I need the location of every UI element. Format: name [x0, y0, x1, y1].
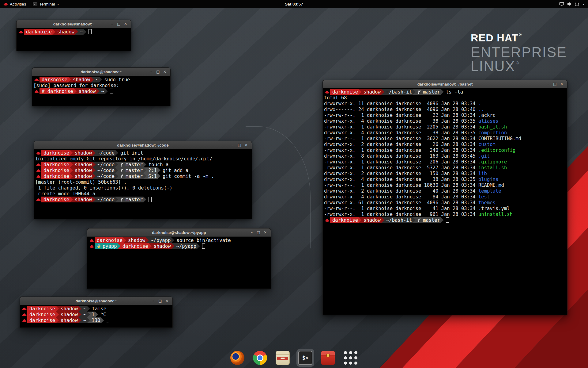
terminal-cursor	[149, 197, 152, 202]
terminal-text: drwxrwxr-x. 2 darknoise darknoise 150 Ja…	[324, 171, 478, 176]
window-titlebar[interactable]: darknoise@shadow:~ – □ ✕	[32, 68, 170, 76]
maximize-button[interactable]: □	[157, 297, 164, 305]
minimize-button[interactable]: –	[545, 80, 552, 88]
prompt-segment-text: ~/bash-it	[386, 89, 412, 95]
prompt-segment: shadow	[70, 162, 96, 167]
window-title: darknoise@shadow:~	[43, 299, 149, 303]
window-titlebar[interactable]: darknoise@shadow:~/code – □ ✕	[34, 141, 252, 149]
window-title: darknoise@shadow:~/code	[57, 143, 228, 148]
close-button[interactable]: ✕	[558, 80, 565, 88]
maximize-button[interactable]: □	[115, 20, 122, 28]
prompt-segment: shadow	[74, 88, 100, 94]
terminal-line: drwxrwxr-x. 4 darknoise darknoise 84 Jan…	[324, 194, 567, 200]
prompt-segment-text: shadow	[364, 89, 381, 95]
terminal-line: -rw-rw-r--. 1 darknoise darknoise 3622 J…	[324, 136, 567, 141]
maximize-button[interactable]: □	[155, 68, 161, 76]
terminal-text: lib	[478, 171, 487, 176]
redhat-icon	[324, 218, 330, 222]
prompt-segment: ~/code	[92, 162, 118, 167]
minimize-button[interactable]: –	[148, 68, 155, 76]
dock-item-terminal[interactable]: $>	[296, 349, 314, 367]
minimize-button[interactable]: –	[150, 297, 157, 305]
window-titlebar[interactable]: darknoise@shadow:~/pyapp – □ ✕	[87, 228, 271, 237]
app-menu-terminal[interactable]: Terminal ▾	[29, 0, 62, 8]
system-menu[interactable]: ▾	[557, 0, 587, 8]
brand-text: RED HAT	[471, 32, 518, 44]
dock-item-firefox[interactable]	[228, 349, 246, 367]
window-titlebar[interactable]: darknoise@shadow:~ – □ ✕	[20, 297, 172, 305]
prompt-segment-text: darknoise	[29, 306, 55, 312]
terminal-body[interactable]: darknoiseshadow~/pyappsource bin/activat…	[87, 237, 271, 289]
terminal-text: drwxrwxr-x. 4 darknoise darknoise 38 Jan…	[324, 118, 478, 124]
minimize-button[interactable]: –	[248, 228, 255, 236]
dock-item-files[interactable]	[274, 349, 292, 367]
prompt-segment-text: 130	[92, 318, 100, 323]
terminal-body[interactable]: darknoiseshadow~	[17, 28, 131, 51]
close-button[interactable]: ✕	[243, 141, 250, 149]
terminal-window-home-1[interactable]: darknoise@shadow:~ – □ ✕ darknoiseshadow…	[16, 20, 131, 51]
dock-item-chrome[interactable]	[251, 349, 269, 367]
dock-item-app-grid[interactable]	[342, 349, 360, 367]
command-text: touch a	[143, 162, 168, 167]
terminal-window-pyapp[interactable]: darknoise@shadow:~/pyapp – □ ✕ darknoise…	[87, 228, 271, 289]
terminal-text: -rwxrwxr-x. 1 darknoise darknoise 206 Ja…	[324, 159, 478, 165]
prompt-segment-text: shadow	[128, 238, 145, 243]
top-bar: Activities Terminal ▾ Sat 03:57 ▾	[0, 0, 588, 8]
window-titlebar[interactable]: darknoise@shadow:~/bash-it – □ ✕	[323, 80, 567, 88]
branch-icon	[417, 90, 421, 94]
terminal-line: Initialized empty Git repository in /hom…	[35, 156, 252, 162]
close-button[interactable]: ✕	[262, 228, 269, 236]
clock-button[interactable]: Sat 03:57	[282, 0, 306, 8]
prompt-segment: ~/pyapp	[146, 237, 174, 243]
prompt-segment-text: shadow	[75, 162, 92, 167]
terminal-body[interactable]: darknoiseshadow~falsedarknoiseshadow~1^C…	[20, 305, 172, 328]
terminal-window-bash-it[interactable]: darknoise@shadow:~/bash-it – □ ✕ darknoi…	[322, 80, 567, 315]
toolbox-icon	[321, 351, 335, 365]
terminal-text: completion	[478, 130, 507, 136]
terminal-text: .gitignore	[478, 159, 507, 165]
chevron-down-icon: ▾	[583, 2, 584, 6]
activities-button[interactable]: Activities	[0, 0, 29, 8]
redhat-icon	[18, 30, 24, 34]
power-icon	[575, 2, 579, 6]
prompt-segment-text: darknoise	[332, 89, 358, 95]
terminal-window-home-2[interactable]: darknoise@shadow:~ – □ ✕ darknoiseshadow…	[20, 297, 173, 328]
terminal-text: -rw-rw-r--. 1 darknoise darknoise 22 Jan…	[324, 113, 478, 118]
close-button[interactable]: ✕	[164, 297, 170, 305]
terminal-body[interactable]: darknoiseshadow~/codegit initInitialized…	[34, 149, 252, 219]
terminal-body[interactable]: darknoiseshadow~/bash-itmasterls -latota…	[323, 88, 567, 315]
prompt-segment-text: ~	[96, 77, 98, 82]
prompt-segment: ~/pyapp	[172, 243, 200, 249]
terminal-text: [master (root-commit) 50bcb63] .	[35, 179, 127, 185]
terminal-window-code[interactable]: darknoise@shadow:~/code – □ ✕ darknoises…	[34, 141, 252, 219]
command-text: git commit -a -m .	[157, 174, 214, 179]
terminal-cursor	[202, 243, 205, 249]
prompt-segment: master	[115, 197, 146, 202]
window-titlebar[interactable]: darknoise@shadow:~ – □ ✕	[17, 20, 131, 28]
terminal-text: drwxrwxr-x. 2 darknoise darknoise 40 Jan…	[324, 188, 478, 194]
terminal-body[interactable]: darknoiseshadow~sudo true[sudo] password…	[32, 76, 170, 106]
prompt-segment-text: shadow	[75, 168, 92, 173]
prompt-segment: shadow	[359, 217, 384, 223]
prompt-segment-text: ~/code	[97, 174, 115, 179]
close-button[interactable]: ✕	[122, 20, 129, 28]
maximize-button[interactable]: □	[236, 141, 243, 149]
terminal-line: darknoiseshadow~sudo true	[33, 77, 170, 82]
close-button[interactable]: ✕	[161, 68, 168, 76]
dock-item-toolbox[interactable]	[319, 349, 337, 367]
maximize-button[interactable]: □	[552, 80, 558, 88]
terminal-line: drwxrwxr-x. 2 darknoise darknoise 26 Jan…	[324, 141, 567, 147]
redhat-icon	[21, 307, 27, 311]
prompt-segment-text: darknoise	[123, 243, 148, 249]
minimize-button[interactable]: –	[229, 141, 236, 149]
terminal-line: darknoiseshadow~130	[21, 317, 172, 323]
redhat-icon	[21, 319, 27, 322]
terminal-line: darknoiseshadow~/bash-itmasterls -la	[324, 89, 567, 95]
maximize-button[interactable]: □	[255, 228, 262, 236]
terminal-text: install.sh	[478, 165, 507, 171]
command-text: source bin/activate	[171, 238, 231, 243]
minimize-button[interactable]: –	[109, 20, 115, 28]
branch-icon	[417, 218, 421, 222]
terminal-window-sudo[interactable]: darknoise@shadow:~ – □ ✕ darknoiseshadow…	[32, 67, 171, 106]
prompt-segment: darknoise	[27, 306, 59, 312]
